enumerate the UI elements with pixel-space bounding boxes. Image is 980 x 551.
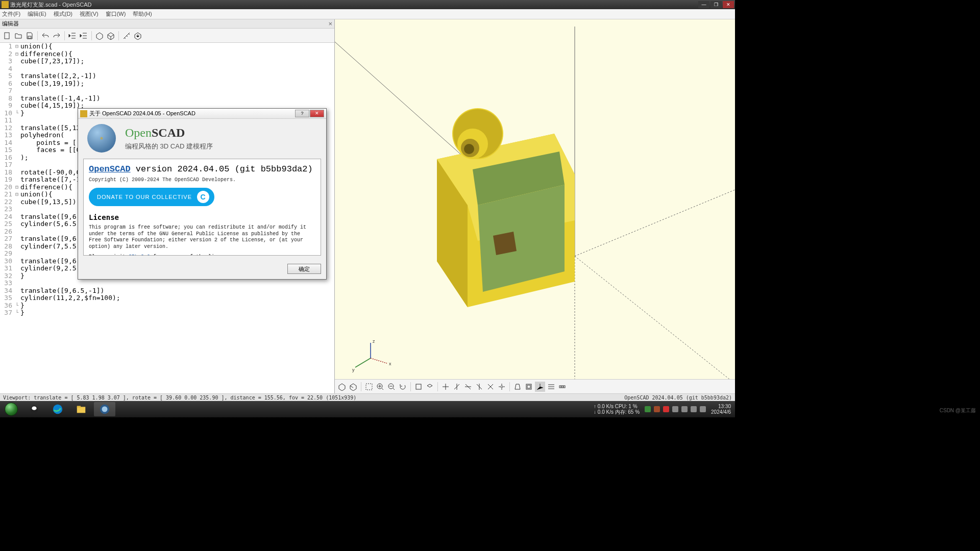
vp-showscale-icon[interactable] [557,382,568,392]
about-brand: OpenSCAD [125,126,213,140]
donate-button[interactable]: DONATE TO OUR COLLECTIVE C [89,188,214,206]
menu-file[interactable]: 文件(F) [2,10,20,18]
svg-rect-31 [559,386,561,388]
vp-ortho-icon[interactable] [524,382,534,392]
tray-icon[interactable] [672,406,678,412]
license-visit: Please visit GPL 2.0 for a copy of the l… [89,254,315,256]
task-openscad[interactable] [94,402,115,416]
menu-window[interactable]: 窗口(W) [106,10,126,18]
editor-toolbar [0,29,334,43]
menu-help[interactable]: 帮助(H) [133,10,152,18]
model-3d [437,108,575,307]
open-icon[interactable] [13,31,23,41]
svg-rect-24 [366,384,372,390]
watermark: CSDN @某工藤 [940,407,976,414]
minimize-button[interactable]: — [698,1,709,8]
start-button[interactable] [0,401,22,417]
vp-preview-icon[interactable] [337,382,347,392]
license-text: This program is free software; you can r… [89,224,315,250]
menu-view[interactable]: 视图(V) [80,10,99,18]
vp-top-icon[interactable] [425,382,435,392]
save-icon[interactable] [24,31,35,41]
tray-volume-icon[interactable] [700,406,706,412]
task-qq[interactable] [23,402,45,416]
measure-icon[interactable] [121,31,132,41]
new-icon[interactable] [2,31,12,41]
unindent-icon[interactable] [67,31,78,41]
svg-line-19 [371,358,387,363]
openscad-link[interactable]: OpenSCAD [89,164,131,174]
editor-close-button[interactable]: × [328,20,332,28]
close-button[interactable]: ✕ [723,1,734,8]
openscad-logo-icon [87,124,116,153]
vp-persp-icon[interactable] [512,382,523,392]
black-right [735,0,980,417]
dialog-help-button[interactable]: ? [295,110,309,117]
vp-render-icon[interactable] [348,382,358,392]
tray-icon[interactable] [663,406,669,412]
svg-point-17 [464,144,474,154]
svg-text:y: y [352,367,355,372]
tray-icon[interactable] [681,406,688,412]
vp-zoomout-icon[interactable] [386,382,397,392]
net-stats: ↑ 0.0 K/s CPU: 1 % ↓ 0.0 K/s 内存: 65 % [594,404,640,415]
vp-center-icon[interactable] [497,382,507,392]
vp-axis1-icon[interactable] [440,382,451,392]
svg-rect-32 [561,386,563,388]
svg-rect-30 [527,385,530,388]
tray-network-icon[interactable] [691,406,697,412]
axis-widget: y x z [352,339,391,372]
black-bottom [0,417,980,551]
maximize-button[interactable]: ❐ [710,1,722,8]
menu-edit[interactable]: 编辑(E) [28,10,46,18]
indent-icon[interactable] [79,31,89,41]
status-left: Viewport: translate = [ 5.83 1.98 3.07 ]… [3,395,356,400]
windows-orb-icon [5,403,18,416]
svg-line-4 [575,190,735,256]
titlebar: 激光尾灯支架.scad - OpenSCAD — ❐ ✕ [0,0,735,9]
vp-viewall-icon[interactable] [364,382,374,392]
svg-point-40 [102,407,108,412]
viewport-3d[interactable]: y x z [335,19,735,393]
statusbar: Viewport: translate = [ 5.83 1.98 3.07 ]… [0,393,735,402]
ok-button[interactable]: 确定 [287,264,321,274]
vp-showedges-icon[interactable] [546,382,556,392]
window-title: 激光尾灯支架.scad - OpenSCAD [10,1,698,9]
vp-axis2-icon[interactable] [452,382,462,392]
status-right: OpenSCAD 2024.04.05 (git b5bb93da2) [624,395,732,400]
vp-diag-icon[interactable] [485,382,496,392]
clock[interactable]: 13:30 2024/4/6 [711,404,731,415]
task-edge[interactable] [47,402,68,416]
svg-line-18 [355,358,371,367]
dialog-close-button[interactable]: ✕ [310,110,324,117]
donate-circle-icon: C [197,191,209,203]
svg-point-28 [501,386,503,388]
gpl-link[interactable]: GPL 2.0 [129,254,150,256]
task-explorer[interactable] [70,402,92,416]
menu-mode[interactable]: 模式(D) [54,10,72,18]
editor-title: 编辑器 [2,20,19,28]
redo-icon[interactable] [52,31,62,41]
vp-right-icon[interactable] [413,382,424,392]
vp-reset-icon[interactable] [398,382,408,392]
svg-point-35 [32,407,36,410]
export-icon[interactable] [133,31,143,41]
viewport-toolbar [335,379,735,393]
svg-text:x: x [389,361,391,366]
vp-zoomin-icon[interactable] [375,382,385,392]
dialog-title: 关于 OpenSCAD 2024.04.05 - OpenSCAD [89,110,295,117]
taskbar: ↑ 0.0 K/s CPU: 1 % ↓ 0.0 K/s 内存: 65 % 13… [0,401,735,417]
svg-rect-38 [77,406,81,408]
vp-showaxes-icon[interactable] [535,382,545,392]
vp-axis4-icon[interactable] [474,382,484,392]
svg-rect-27 [416,384,421,389]
tray-icon[interactable] [645,406,651,412]
tray[interactable] [645,406,706,412]
render-icon[interactable] [106,31,116,41]
svg-marker-12 [493,232,517,255]
vp-axis3-icon[interactable] [463,382,473,392]
tray-icon[interactable] [654,406,660,412]
undo-icon[interactable] [40,31,51,41]
preview-icon[interactable] [94,31,105,41]
about-subtitle: 编程风格的 3D CAD 建模程序 [125,142,213,151]
